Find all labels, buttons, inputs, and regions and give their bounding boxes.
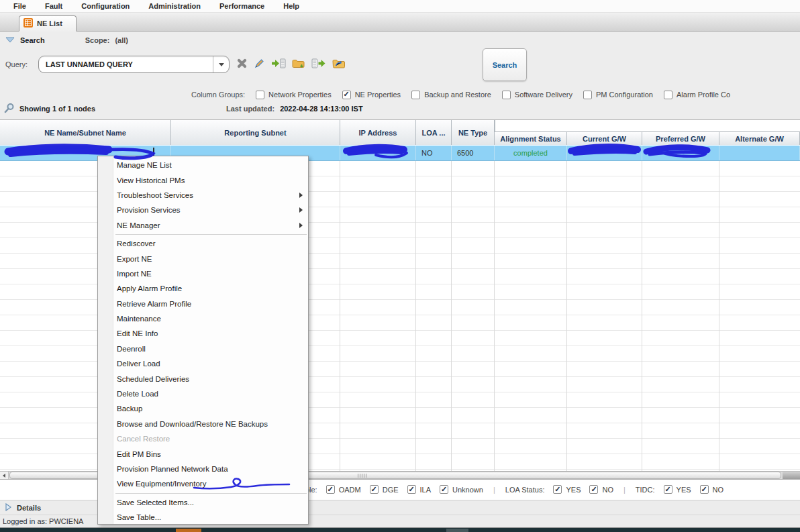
menu-item-browse-and-download-restore-ne-backups[interactable]: Browse and Download/Restore NE Backups — [98, 417, 308, 431]
filter-role-oadm[interactable]: OADM — [326, 485, 361, 494]
column-group-software-delivery[interactable]: Software Delivery — [502, 91, 572, 99]
column-groups-label: Column Groups: — [191, 91, 245, 99]
menu-item-label: Export NE — [117, 255, 304, 263]
query-label: Query: — [5, 60, 28, 68]
menu-item-provision-planned-network-data[interactable]: Provision Planned Network Data — [98, 462, 308, 476]
column-header-loa[interactable]: LOA ... — [416, 120, 452, 145]
menu-item-label: Deliver Load — [117, 360, 304, 368]
cell-value: 6500 — [457, 149, 473, 157]
menu-item-apply-alarm-profile[interactable]: Apply Alarm Profile — [98, 281, 308, 296]
column-group-network-properties[interactable]: Network Properties — [256, 91, 332, 99]
filter-tidc-no[interactable]: NO — [700, 485, 724, 494]
menu-item-label: Deenroll — [117, 345, 304, 353]
column-header-ne-name-subnet-name[interactable]: NE Name/Subnet Name — [0, 120, 171, 145]
checkbox-unchecked[interactable] — [583, 91, 592, 99]
manage-queries-icon[interactable] — [332, 58, 346, 69]
filter-loa-status-yes[interactable]: YES — [553, 485, 581, 494]
menu-item-view-equipment-inventory[interactable]: View Equipment/Inventory — [98, 476, 308, 491]
import-query-icon[interactable] — [271, 58, 286, 69]
menu-item-label: NE Manager — [117, 221, 299, 229]
checkbox-label: Unknown — [452, 486, 483, 494]
column-header-label: NE Type — [458, 129, 487, 137]
menu-item-provision-services[interactable]: Provision Services — [98, 203, 308, 217]
menu-item-manage-ne-list[interactable]: Manage NE List — [98, 158, 308, 172]
menu-item-save-table[interactable]: Save Table... — [98, 510, 308, 525]
search-section-title: Search — [20, 36, 45, 44]
checkbox-checked[interactable] — [664, 485, 672, 494]
checkbox-unchecked[interactable] — [256, 91, 264, 99]
query-dropdown[interactable]: LAST UNNAMED QUERY — [38, 56, 230, 73]
query-dropdown-button[interactable] — [213, 56, 229, 72]
menu-item-deliver-load[interactable]: Deliver Load — [98, 356, 308, 371]
menu-item-edit-pm-bins[interactable]: Edit PM Bins — [98, 446, 308, 461]
column-header-reporting-subnet[interactable]: Reporting Subnet — [171, 120, 340, 145]
menu-item-rediscover[interactable]: Rediscover — [98, 236, 308, 251]
scrollbar-left-arrow-button[interactable] — [0, 472, 9, 479]
menubar-item-configuration[interactable]: Configuration — [81, 2, 130, 10]
menu-item-edit-ne-info[interactable]: Edit NE Info — [98, 326, 308, 341]
scrollbar-track-end[interactable] — [783, 472, 800, 479]
row-cell-ne-type: 6500 — [452, 146, 495, 160]
checkbox-checked[interactable] — [342, 91, 351, 99]
checkbox-unchecked[interactable] — [664, 91, 672, 99]
menu-item-export-ne[interactable]: Export NE — [98, 251, 308, 266]
filter-role-unknown[interactable]: Unknown — [440, 485, 483, 494]
menu-item-label: Cancel Restore — [117, 435, 304, 443]
menu-item-troubleshoot-services[interactable]: Troubleshoot Services — [98, 188, 308, 203]
column-header-preferred-g-w[interactable]: Preferred G/W — [642, 132, 719, 145]
column-header-alternate-g-w[interactable]: Alternate G/W — [719, 132, 800, 145]
menubar-item-file[interactable]: File — [13, 2, 26, 10]
column-group-ne-properties[interactable]: NE Properties — [342, 91, 401, 99]
edit-query-icon[interactable] — [254, 58, 265, 69]
checkbox-label: PM Configuration — [596, 91, 653, 99]
menubar-item-help[interactable]: Help — [283, 2, 299, 10]
clear-query-icon[interactable] — [236, 58, 248, 69]
column-group-pm-configuration[interactable]: PM Configuration — [583, 91, 653, 99]
menu-item-delete-load[interactable]: Delete Load — [98, 386, 308, 401]
filter-loa-status-no[interactable]: NO — [589, 485, 613, 494]
filter-role-dge[interactable]: DGE — [370, 485, 399, 494]
export-query-icon[interactable] — [311, 58, 326, 69]
column-group-backup-and-restore[interactable]: Backup and Restore — [411, 91, 491, 99]
menubar-item-administration[interactable]: Administration — [148, 2, 201, 10]
checkbox-checked[interactable] — [407, 485, 416, 494]
filter-tidc-yes[interactable]: YES — [664, 485, 691, 494]
search-panel: Search Scope: (all) Query: LAST UNNAMED … — [0, 32, 800, 119]
checkbox-checked[interactable] — [370, 485, 379, 494]
checkbox-unchecked[interactable] — [411, 91, 420, 99]
checkbox-checked[interactable] — [589, 485, 598, 494]
search-collapse-icon[interactable] — [5, 36, 15, 44]
tab-label: NE List — [37, 19, 62, 28]
column-header-ne-type[interactable]: NE Type — [452, 120, 495, 145]
menubar-item-fault[interactable]: Fault — [45, 2, 62, 10]
logged-in-as-text: Logged in as: PWCIENA — [3, 517, 83, 525]
menu-item-import-ne[interactable]: Import NE — [98, 266, 308, 281]
tab-ne-list[interactable]: NE List — [19, 15, 77, 32]
menu-item-view-historical-pms[interactable]: View Historical PMs — [98, 172, 308, 187]
filter-role-ila[interactable]: ILA — [407, 485, 432, 494]
column-header-current-g-w[interactable]: Current G/W — [567, 132, 642, 145]
submenu-arrow-icon — [299, 193, 303, 198]
menu-item-scheduled-deliveries[interactable]: Scheduled Deliveries — [98, 371, 308, 386]
checkbox-label: NO — [602, 486, 613, 494]
menu-item-maintenance[interactable]: Maintenance — [98, 311, 308, 326]
checkbox-checked[interactable] — [700, 485, 709, 494]
checkbox-checked[interactable] — [440, 485, 448, 494]
menu-item-retrieve-alarm-profile[interactable]: Retrieve Alarm Profile — [98, 297, 308, 311]
column-group-alarm-profile-co[interactable]: Alarm Profile Co — [664, 91, 730, 99]
menubar-item-performance[interactable]: Performance — [219, 2, 264, 10]
menu-item-deenroll[interactable]: Deenroll — [98, 341, 308, 356]
menu-item-label: Backup — [117, 405, 304, 413]
checkbox-checked[interactable] — [553, 485, 562, 494]
menu-item-ne-manager[interactable]: NE Manager — [98, 218, 308, 233]
table-header: NE Name/Subnet NameReporting SubnetIP Ad… — [0, 119, 800, 144]
menu-item-backup[interactable]: Backup — [98, 401, 308, 416]
scope-value: (all) — [115, 36, 128, 44]
checkbox-unchecked[interactable] — [502, 91, 511, 99]
checkbox-checked[interactable] — [326, 485, 335, 494]
open-query-folder-icon[interactable] — [292, 58, 305, 69]
menu-item-save-selected-items[interactable]: Save Selected Items... — [98, 495, 308, 510]
column-header-alignment-status[interactable]: Alignment Status — [495, 132, 567, 145]
column-header-ip-address[interactable]: IP Address — [340, 120, 416, 145]
search-button[interactable]: Search — [483, 48, 527, 81]
